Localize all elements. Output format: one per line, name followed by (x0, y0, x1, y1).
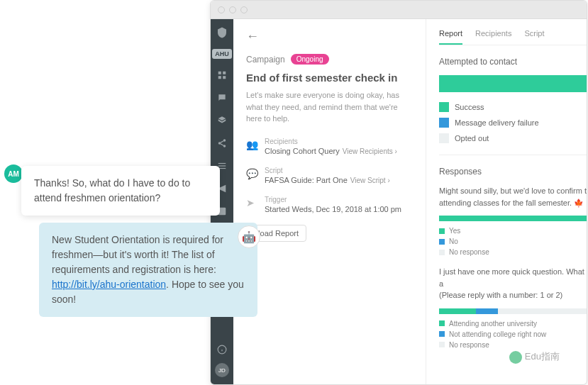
square-icon (439, 102, 449, 112)
logo-icon (216, 26, 228, 39)
square-icon (439, 118, 449, 128)
svg-point-6 (223, 145, 226, 147)
q1-no: No (439, 238, 587, 245)
tab-report[interactable]: Report (439, 29, 462, 45)
wechat-icon (509, 351, 522, 364)
svg-rect-8 (218, 165, 226, 166)
tab-recipients[interactable]: Recipients (475, 29, 511, 45)
user-avatar[interactable]: JD (215, 363, 229, 377)
window-max-dot[interactable] (240, 6, 248, 13)
square-icon (439, 133, 449, 143)
window-min-dot[interactable] (229, 6, 236, 13)
chat-icon[interactable] (216, 91, 228, 104)
layers-icon[interactable] (216, 114, 228, 127)
svg-rect-7 (218, 163, 226, 164)
svg-point-4 (223, 139, 226, 142)
message-icon: 💬 (246, 168, 257, 184)
report-tabs: Report Recipients Script (439, 29, 587, 45)
report-panel: Report Recipients Script Attempted to co… (426, 19, 587, 384)
q1-bar (439, 216, 587, 221)
bot-avatar-icon: 🤖 (238, 225, 260, 248)
svg-rect-3 (223, 76, 226, 79)
svg-rect-2 (218, 76, 221, 79)
chat-message-user: Thanks! So, what do I have to do to atte… (21, 166, 220, 216)
app-window: AHU JD ← Campaign Ongoing End of first s… (210, 0, 587, 385)
people-icon: 👥 (246, 139, 257, 155)
watermark: Edu指南 (509, 350, 560, 364)
trigger-row: ➤ Trigger Started Weds, Dec 19, 2018 at … (246, 196, 413, 213)
q2-a3: No response (439, 341, 587, 349)
dashboard-icon[interactable] (216, 69, 228, 82)
legend-opted: Opted out (439, 133, 587, 143)
view-script-link[interactable]: View Script › (350, 177, 390, 184)
chat-message-bot: New Student Orientation is required for … (39, 223, 257, 317)
attempted-title: Attempted to contact (439, 57, 587, 67)
orientation-link[interactable]: http://bit.ly/ahu-orientation (52, 279, 166, 290)
window-close-dot[interactable] (218, 6, 225, 13)
campaign-title: End of first semester check in (246, 72, 413, 84)
q2-a1: Attending another university (439, 320, 587, 328)
question-2: I just have one more quick question. Wha… (439, 266, 587, 301)
window-titlebar (211, 1, 587, 19)
script-row: 💬 Script FAFSA Guide: Part OneView Scrip… (246, 167, 413, 184)
svg-point-5 (218, 142, 221, 145)
q1-noresp: No response (439, 248, 587, 256)
campaign-description: Let's make sure everyone is doing okay, … (246, 89, 413, 125)
q2-a2: Not attending college right now (439, 330, 587, 338)
back-arrow-icon[interactable]: ← (246, 29, 413, 44)
share-icon[interactable] (216, 137, 228, 150)
campaign-panel: ← Campaign Ongoing End of first semester… (233, 19, 426, 384)
send-icon: ➤ (246, 197, 257, 213)
q2-bar (439, 308, 587, 314)
svg-rect-0 (218, 72, 221, 74)
question-1: Might sound silly, but we'd love to conf… (439, 185, 587, 208)
legend-failure: Message delivery failure (439, 118, 587, 128)
view-recipients-link[interactable]: View Recipients › (343, 147, 397, 155)
org-badge[interactable]: AHU (212, 49, 232, 59)
status-badge: Ongoing (291, 54, 329, 65)
recipients-row: 👥 Recipients Closing Cohort QueryView Re… (246, 138, 413, 155)
responses-title: Responses (439, 167, 587, 177)
contact-bar (439, 75, 587, 92)
maple-leaf-icon: 🍁 (574, 199, 584, 207)
chat-avatar: AM (4, 164, 23, 183)
tab-script[interactable]: Script (524, 29, 544, 45)
info-icon[interactable] (216, 343, 228, 356)
campaign-label: Campaign (246, 55, 285, 65)
svg-rect-1 (223, 72, 226, 74)
q1-yes: Yes (439, 227, 587, 235)
legend-success: Success (439, 102, 587, 112)
